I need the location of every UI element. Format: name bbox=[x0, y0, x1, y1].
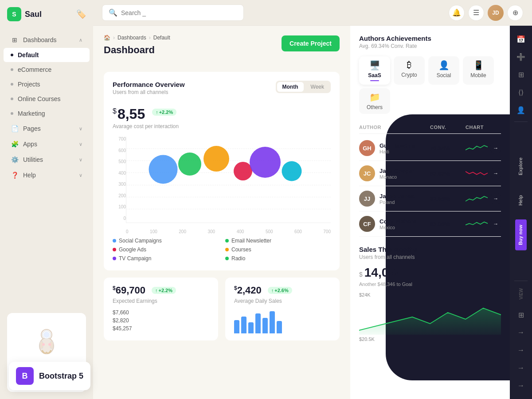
create-project-button[interactable]: Create Project bbox=[282, 35, 340, 51]
separator-2 bbox=[514, 281, 528, 281]
default-label: Default bbox=[18, 51, 39, 59]
sidebar-item-ecommerce[interactable]: eCommerce bbox=[4, 63, 90, 77]
breadcrumb-home: 🏠 bbox=[104, 35, 110, 41]
tab-saas[interactable]: 🖥️ SaaS bbox=[359, 56, 390, 85]
buy-now-button[interactable]: Buy now bbox=[515, 219, 527, 250]
avatar-4: CF bbox=[359, 216, 375, 232]
tab-crypto[interactable]: ₿ Crypto bbox=[394, 56, 425, 85]
nav-section: ⊞ Dashboards ∧ Default eCommerce Project… bbox=[0, 28, 93, 187]
projects-label: Projects bbox=[18, 81, 40, 88]
tab-mobile[interactable]: 📱 Mobile bbox=[463, 56, 494, 85]
sales-amount: 14,094 bbox=[364, 266, 403, 280]
sidebar-item-utilities[interactable]: ⚙️ Utilities ∨ bbox=[4, 152, 90, 167]
chart-1 bbox=[466, 141, 488, 155]
table-row: CF Cody Fishers Mexico 63.08% → bbox=[359, 211, 501, 237]
code-icon[interactable]: ⟨⟩ bbox=[513, 84, 529, 100]
calendar-icon[interactable]: 📅 bbox=[513, 31, 529, 47]
earnings-label: Expected Earnings bbox=[113, 298, 209, 304]
view-btn-4[interactable]: → bbox=[490, 218, 501, 230]
dashboards-icon: ⊞ bbox=[11, 36, 19, 44]
sidebar-item-projects[interactable]: Projects bbox=[4, 77, 90, 91]
chevron-icon: ∨ bbox=[79, 157, 82, 163]
content-area: 🏠 › Dashboards › Default Dashboard Creat… bbox=[93, 26, 532, 399]
dashboard-main: 🏠 › Dashboards › Default Dashboard Creat… bbox=[93, 26, 350, 399]
table-row: JJ Jacob Jones Poland 92.56% → bbox=[359, 186, 501, 211]
user-avatar[interactable]: JD bbox=[488, 5, 504, 21]
grid-view-icon[interactable]: ⊞ bbox=[513, 307, 529, 323]
bootstrap-badge: B Bootstrap 5 bbox=[9, 362, 90, 390]
topbar: 🔍 🔔 ☰ JD ⊕ bbox=[93, 0, 532, 26]
arrow-right-icon-2[interactable]: → bbox=[513, 342, 529, 358]
sidebar-item-help[interactable]: ❓ Help ∨ bbox=[4, 168, 90, 183]
help-button[interactable]: Help bbox=[515, 190, 527, 211]
x-axis: 0100200300400500600700 bbox=[126, 229, 331, 234]
bubble-chart: 7006005004003002001000 bbox=[113, 137, 331, 234]
plus-icon[interactable]: ➕ bbox=[513, 49, 529, 65]
far-right-panel: 📅 ➕ ⊞ ⟨⟩ 👤 Explore Help Buy now VIEW ⊞ →… bbox=[510, 26, 532, 399]
stats-row: $69,700 ↑ +2.2% Expected Earnings $7,660… bbox=[104, 278, 340, 340]
tab-social[interactable]: 👤 Social bbox=[428, 56, 459, 85]
tab-month[interactable]: Month bbox=[277, 82, 304, 92]
sales-section: Sales This Months Users from all channel… bbox=[359, 246, 501, 342]
stat-earnings: $69,700 ↑ +2.2% Expected Earnings $7,660… bbox=[104, 278, 218, 340]
legend-courses: Courses bbox=[225, 246, 331, 253]
sidebar-item-marketing[interactable]: Marketing bbox=[4, 106, 90, 121]
metric-badge: ↑ +2.2% bbox=[152, 109, 176, 116]
menu-icon[interactable]: ☰ bbox=[468, 5, 484, 21]
view-btn-1[interactable]: → bbox=[490, 142, 501, 154]
notification-icon[interactable]: 🔔 bbox=[449, 5, 465, 21]
chart-area bbox=[126, 137, 331, 223]
bubble-radio bbox=[282, 161, 302, 181]
nav-dot bbox=[11, 98, 13, 100]
explore-button[interactable]: Explore bbox=[515, 152, 527, 180]
saas-underline bbox=[370, 80, 379, 81]
sales-y1: $24K bbox=[359, 292, 501, 297]
author-info-4: CF Cody Fishers Mexico bbox=[359, 216, 430, 232]
author-country-2: Monaco bbox=[379, 174, 415, 180]
bubble-tv bbox=[250, 147, 281, 178]
ecommerce-label: eCommerce bbox=[18, 66, 51, 73]
author-name-4: Cody Fishers bbox=[379, 218, 416, 225]
view-btn-2[interactable]: → bbox=[490, 167, 501, 180]
svg-point-7 bbox=[48, 343, 51, 346]
settings-icon[interactable]: ⊕ bbox=[507, 5, 523, 21]
sidebar-item-apps[interactable]: 🧩 Apps ∨ bbox=[4, 137, 90, 152]
chevron-icon: ∨ bbox=[79, 126, 82, 132]
user-icon[interactable]: 👤 bbox=[513, 102, 529, 118]
dashboards-label: Dashboards bbox=[23, 36, 57, 43]
grid-icon[interactable]: ⊞ bbox=[513, 66, 529, 82]
search-input[interactable] bbox=[121, 9, 237, 16]
pin-icon[interactable]: 🏷️ bbox=[76, 9, 86, 19]
chevron-icon: ∧ bbox=[79, 37, 82, 43]
view-btn-3[interactable]: → bbox=[490, 192, 501, 205]
author-country-1: Haiti bbox=[379, 149, 416, 154]
avatar-1: GH bbox=[359, 140, 375, 156]
legend-google: Google Ads bbox=[113, 246, 218, 253]
arrow-right-icon-3[interactable]: → bbox=[513, 360, 529, 376]
nav-dot bbox=[11, 54, 13, 56]
chevron-icon: ∨ bbox=[79, 141, 82, 147]
sales-goal: Another $48,346 to Goal bbox=[359, 282, 501, 287]
search-box[interactable]: 🔍 bbox=[102, 4, 244, 21]
social-label: Social bbox=[437, 72, 451, 78]
metric-label: Avarage cost per interaction bbox=[113, 123, 331, 129]
legend-tv: TV Campaign bbox=[113, 255, 218, 262]
author-info-3: JJ Jacob Jones Poland bbox=[359, 191, 430, 207]
table-row: GH Guy Hawkins Haiti 78.34% → bbox=[359, 136, 501, 161]
sidebar-item-pages[interactable]: 📄 Pages ∨ bbox=[4, 121, 90, 136]
arrow-right-icon[interactable]: → bbox=[513, 325, 529, 340]
col-chart: CHART bbox=[466, 125, 501, 130]
tab-others[interactable]: 📁 Others bbox=[359, 88, 390, 114]
sidebar-item-default[interactable]: Default bbox=[4, 48, 90, 62]
sidebar-item-dashboards[interactable]: ⊞ Dashboards ∧ bbox=[4, 32, 90, 47]
tab-week[interactable]: Week bbox=[305, 82, 329, 92]
svg-marker-8 bbox=[359, 308, 501, 335]
breadcrumb-sep1: › bbox=[113, 35, 115, 41]
apps-icon: 🧩 bbox=[11, 140, 19, 148]
arrow-right-icon-4[interactable]: → bbox=[513, 378, 529, 394]
crypto-label: Crypto bbox=[401, 72, 417, 78]
sidebar-item-online-courses[interactable]: Online Courses bbox=[4, 92, 90, 106]
bubble-ads bbox=[203, 146, 229, 172]
author-country-4: Mexico bbox=[379, 225, 416, 230]
utilities-icon: ⚙️ bbox=[11, 156, 19, 164]
